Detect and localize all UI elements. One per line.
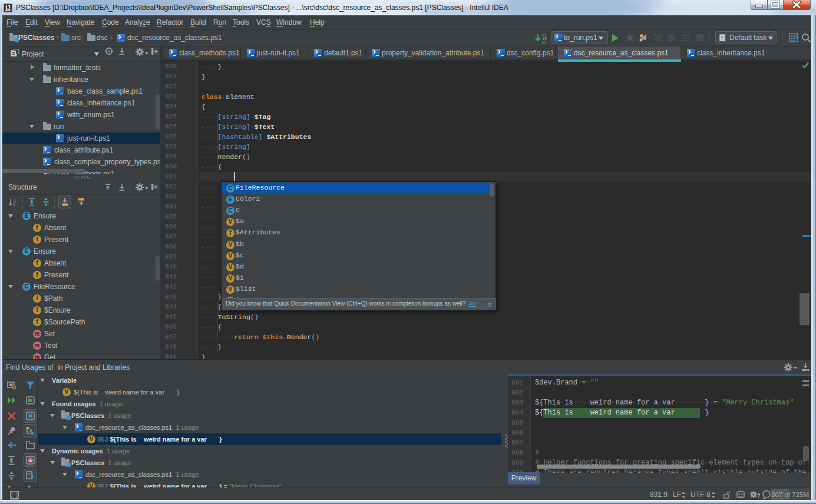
svg-text:z: z <box>13 203 16 207</box>
svg-text:?: ? <box>721 35 724 41</box>
svg-text:m: m <box>28 458 32 463</box>
svg-text:?: ? <box>756 492 760 499</box>
svg-text:01: 01 <box>542 41 547 44</box>
